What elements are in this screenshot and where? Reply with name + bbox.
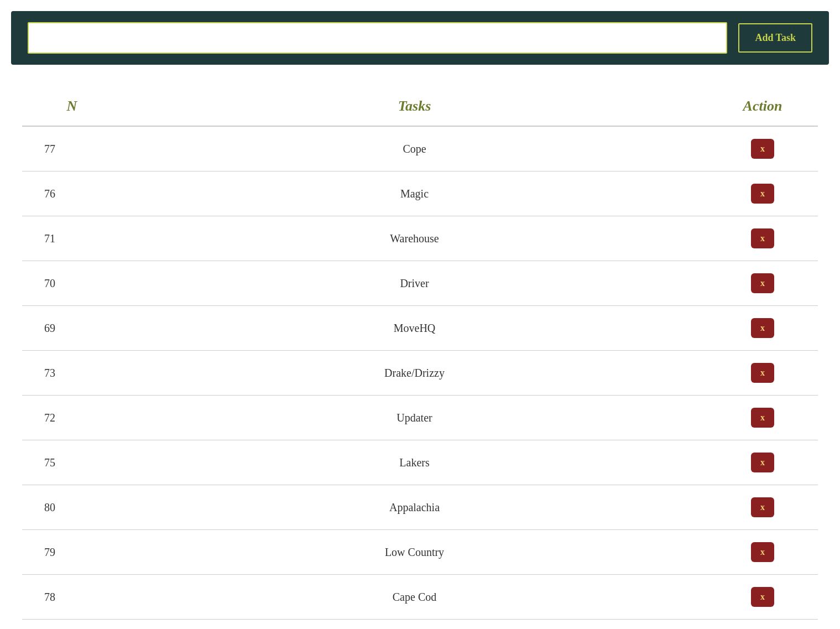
row-id: 78 — [22, 575, 122, 620]
delete-button[interactable]: x — [751, 273, 774, 293]
row-id: 71 — [22, 216, 122, 261]
delete-button[interactable]: x — [751, 184, 774, 204]
row-action: x — [707, 261, 818, 306]
row-action: x — [707, 396, 818, 440]
row-task: MoveHQ — [122, 306, 707, 351]
column-header-n: N — [22, 87, 122, 126]
row-action: x — [707, 485, 818, 530]
row-task: Drake/Drizzy — [122, 351, 707, 396]
row-id: 79 — [22, 530, 122, 575]
table-header-row: N Tasks Action — [22, 87, 818, 126]
row-task: Driver — [122, 261, 707, 306]
table-row: 73Drake/Drizzyx — [22, 351, 818, 396]
row-task: Kanye — [122, 620, 707, 630]
row-action: x — [707, 171, 818, 216]
table-row: 75Lakersx — [22, 440, 818, 485]
delete-button[interactable]: x — [751, 139, 774, 159]
delete-button[interactable]: x — [751, 587, 774, 607]
row-task: Appalachia — [122, 485, 707, 530]
row-action: x — [707, 530, 818, 575]
delete-button[interactable]: x — [751, 453, 774, 472]
row-action: x — [707, 620, 818, 630]
row-id: 80 — [22, 485, 122, 530]
table-row: 77Copex — [22, 126, 818, 171]
row-action: x — [707, 216, 818, 261]
column-header-action: Action — [707, 87, 818, 126]
header-bar: Add Task — [11, 11, 829, 65]
delete-button[interactable]: x — [751, 408, 774, 428]
row-action: x — [707, 126, 818, 171]
delete-button[interactable]: x — [751, 228, 774, 248]
delete-button[interactable]: x — [751, 542, 774, 562]
row-task: Lakers — [122, 440, 707, 485]
column-header-tasks: Tasks — [122, 87, 707, 126]
row-action: x — [707, 351, 818, 396]
row-id: 69 — [22, 306, 122, 351]
tasks-table: N Tasks Action 77Copex76Magicx71Warehous… — [22, 87, 818, 629]
task-input[interactable] — [28, 22, 727, 54]
delete-button[interactable]: x — [751, 318, 774, 338]
row-task: Cope — [122, 126, 707, 171]
row-id: 70 — [22, 261, 122, 306]
row-action: x — [707, 575, 818, 620]
table-row: 76Magicx — [22, 171, 818, 216]
table-row: 74Kanyex — [22, 620, 818, 630]
table-row: 69MoveHQx — [22, 306, 818, 351]
table-row: 72Updaterx — [22, 396, 818, 440]
row-id: 75 — [22, 440, 122, 485]
row-task: Low Country — [122, 530, 707, 575]
delete-button[interactable]: x — [751, 497, 774, 517]
row-id: 77 — [22, 126, 122, 171]
row-task: Cape Cod — [122, 575, 707, 620]
table-container: N Tasks Action 77Copex76Magicx71Warehous… — [0, 76, 840, 629]
row-task: Warehouse — [122, 216, 707, 261]
row-task: Updater — [122, 396, 707, 440]
add-task-button[interactable]: Add Task — [738, 23, 812, 53]
table-row: 79Low Countryx — [22, 530, 818, 575]
delete-button[interactable]: x — [751, 363, 774, 383]
row-task: Magic — [122, 171, 707, 216]
row-action: x — [707, 306, 818, 351]
row-id: 74 — [22, 620, 122, 630]
table-row: 78Cape Codx — [22, 575, 818, 620]
table-row: 80Appalachiax — [22, 485, 818, 530]
row-action: x — [707, 440, 818, 485]
row-id: 76 — [22, 171, 122, 216]
row-id: 72 — [22, 396, 122, 440]
row-id: 73 — [22, 351, 122, 396]
table-row: 71Warehousex — [22, 216, 818, 261]
table-row: 70Driverx — [22, 261, 818, 306]
